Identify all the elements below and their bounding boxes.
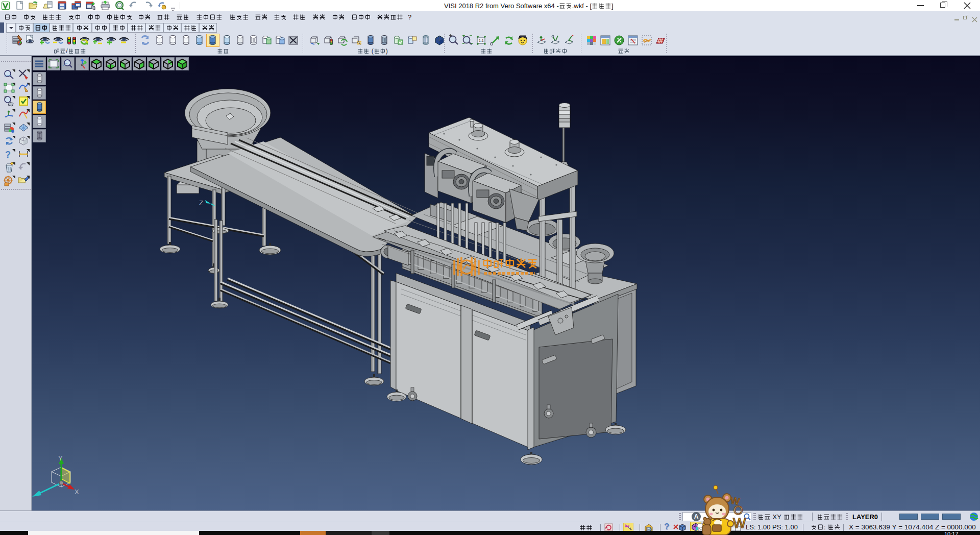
svg-text:O: O	[733, 503, 743, 517]
svg-text:W: W	[733, 516, 746, 531]
